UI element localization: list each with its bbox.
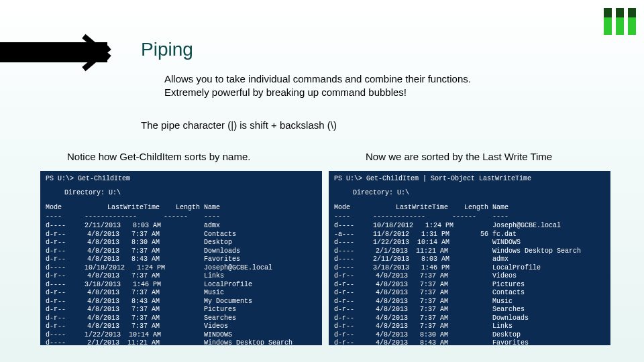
terminal-directory: Directory: U:\ — [334, 189, 605, 198]
table-row: d----10/18/2012 1:24 PMJoseph@GCBE.local — [46, 264, 317, 273]
left-column-heading: Notice how Get-ChildItem sorts by name. — [67, 151, 250, 162]
table-row: d-r--4/8/2013 7:37 AMPictures — [46, 306, 317, 314]
table-row: d----2/1/2013 11:21 AMWindows Desktop Se… — [334, 247, 605, 256]
table-row: d-r--4/8/2013 7:37 AMLinks — [334, 322, 605, 331]
table-row: d-r--4/8/2013 7:37 AMMusic — [46, 289, 317, 298]
table-row: d-r--4/8/2013 8:43 AMFavorites — [334, 339, 605, 345]
right-column-heading: Now we are sorted by the Last Write Time — [366, 151, 552, 162]
pipe-char-note: The pipe character (|) is shift + backsl… — [141, 119, 337, 131]
table-row: d-r--4/8/2013 8:30 AMDesktop — [46, 239, 317, 247]
table-row: d----3/18/2013 1:46 PMLocalProfile — [334, 264, 605, 273]
table-row: d----2/1/2013 11:21 AMWindows Desktop Se… — [46, 339, 317, 345]
table-row: d----2/11/2013 8:03 AMadmx — [46, 222, 317, 231]
table-row: d----2/11/2013 8:03 AMadmx — [334, 255, 605, 264]
table-row: d----1/22/2013 10:14 AMWINDOWS — [334, 239, 605, 247]
terminal-right: PS U:\> Get-ChildItem | Sort-Object Last… — [329, 171, 610, 345]
table-row: d-r--4/8/2013 7:37 AMDownloads — [46, 247, 317, 256]
table-row: d-r--4/8/2013 7:37 AMMusic — [334, 298, 605, 306]
table-row: -a---11/8/2012 1:31 PM56fc.dat — [334, 231, 605, 239]
table-header: ModeLastWriteTimeLengthName — [46, 204, 317, 213]
table-header: ModeLastWriteTimeLengthName — [334, 204, 605, 213]
intro-line-2: Extremely powerful by breaking up comman… — [164, 86, 580, 99]
table-row: d----3/18/2013 1:46 PMLocalProfile — [46, 281, 317, 290]
chevron-icon — [77, 35, 117, 68]
table-row: d-r--4/8/2013 8:30 AMDesktop — [334, 331, 605, 340]
intro-text: Allows you to take individual commands a… — [164, 72, 580, 100]
terminal-prompt: PS U:\> Get-ChildItem | Sort-Object Last… — [334, 175, 605, 184]
slide-title: Piping — [141, 39, 193, 60]
table-row: d----1/22/2013 10:14 AMWINDOWS — [46, 331, 317, 340]
terminal-directory: Directory: U:\ — [46, 189, 317, 198]
table-separator: --------------------------- — [334, 213, 605, 221]
table-row: d-r--4/8/2013 8:43 AMMy Documents — [46, 298, 317, 306]
table-row: d-r--4/8/2013 7:37 AMDownloads — [334, 314, 605, 323]
intro-line-1: Allows you to take individual commands a… — [164, 72, 580, 86]
table-row: d-r--4/8/2013 7:37 AMSearches — [46, 314, 317, 323]
table-row: d-r--4/8/2013 7:37 AMVideos — [334, 272, 605, 281]
terminal-left: PS U:\> Get-ChildItemDirectory: U:\ModeL… — [40, 171, 322, 345]
table-row: d-r--4/8/2013 7:37 AMContacts — [46, 231, 317, 239]
table-row: d-r--4/8/2013 8:43 AMFavorites — [46, 255, 317, 264]
table-row: d-r--4/8/2013 7:37 AMVideos — [46, 322, 317, 331]
table-row: d-r--4/8/2013 7:37 AMContacts — [334, 289, 605, 298]
corner-decoration — [604, 8, 636, 35]
table-row: d-r--4/8/2013 7:37 AMSearches — [334, 306, 605, 314]
table-separator: --------------------------- — [46, 213, 317, 221]
table-row: d-r--4/8/2013 7:37 AMPictures — [334, 281, 605, 290]
table-row: d----10/18/2012 1:24 PMJoseph@GCBE.local — [334, 222, 605, 231]
table-row: d-r--4/8/2013 7:37 AMLinks — [46, 272, 317, 281]
terminal-prompt: PS U:\> Get-ChildItem — [46, 175, 317, 184]
